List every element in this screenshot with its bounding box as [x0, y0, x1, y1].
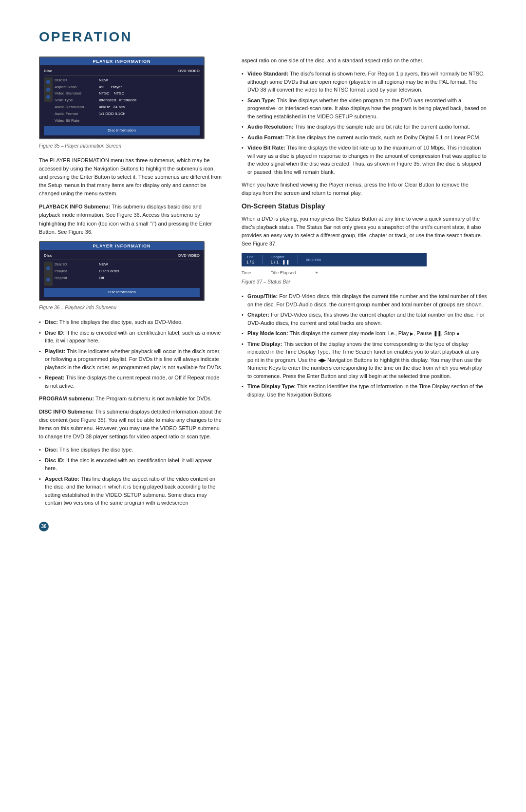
- title-value: 1 / 2: [246, 260, 255, 264]
- intro-text: The PLAYER INFORMATION menu has three su…: [39, 156, 224, 198]
- page-title: OPERATION: [39, 29, 487, 45]
- bullets-status: Group/Title: For DVD-Video discs, this d…: [242, 292, 487, 398]
- bullet-label: Group/Title:: [247, 293, 278, 299]
- bar-separator-2: [298, 255, 298, 264]
- screen-row: Audio Format 1/1 DDD 5.1Ch: [55, 111, 200, 117]
- bullet-label: Scan Type:: [247, 97, 276, 103]
- screen36-footer: Disc Information: [44, 288, 200, 297]
- screen-row: Video Bit Rate: [55, 118, 200, 124]
- bullet-label: Repeat:: [45, 375, 64, 380]
- time-bottom-label: Time: [242, 270, 251, 275]
- program-submenu-text: PROGRAM submenu: The Program submenu is …: [39, 395, 224, 403]
- screen-icon-box-2: [44, 262, 53, 286]
- screen36-data: Disc ID NEW Playlist Disc's order Repeat…: [55, 262, 200, 282]
- list-item: Group/Title: For DVD-Video discs, this d…: [242, 292, 487, 308]
- title-label: Title: [246, 255, 255, 259]
- pause-icon-inline: ❚❚: [433, 331, 441, 336]
- disc-info-heading: DISC INFO Submenu:: [39, 409, 94, 415]
- bullet-label: Disc:: [45, 447, 58, 453]
- screen-label: Video Bit Rate: [55, 118, 96, 124]
- screen35-data: Disc ID NEW Aspect Ratio 4:3 Player Vide…: [55, 77, 200, 125]
- screen-row: Scan Type Interlaced Interlaced: [55, 97, 200, 104]
- bullet-label: Video Bit Rate:: [247, 145, 285, 151]
- list-item: Chapter: For DVD-Video discs, this shows…: [242, 311, 487, 327]
- bullet-label: Audio Resolution:: [247, 124, 294, 130]
- screen-row: Playlist Disc's order: [55, 268, 200, 275]
- disc-info-submenu-text: DISC INFO Submenu: This submenu displays…: [39, 408, 224, 441]
- screen36-title: PLAYER INFORMATION: [40, 242, 204, 250]
- status-bar-time: 00:20:00: [306, 258, 321, 262]
- list-item: Disc ID: If the disc is encoded with an …: [39, 456, 224, 472]
- list-item: Time Display: This section of the displa…: [242, 340, 487, 380]
- screen-label: Aspect Ratio: [55, 84, 96, 91]
- screen-value: Disc's order: [99, 268, 119, 275]
- left-column: PLAYER INFORMATION Disc DVD VIDEO Disc I…: [39, 57, 224, 531]
- bullet-label: Chapter:: [247, 312, 269, 318]
- aspect-ratio-continuation: aspect ratio on one side of the disc, an…: [242, 57, 487, 65]
- screen-value: Off: [99, 275, 104, 282]
- screen-label: Repeat: [55, 275, 96, 282]
- screen-label: Scan Type: [55, 97, 96, 104]
- screen-label: Disc ID: [55, 77, 96, 84]
- col-header-dvdvideo2: DVD VIDEO: [178, 253, 200, 259]
- screen-value: 4:3 Player: [99, 84, 122, 91]
- finish-viewing-text: When you have finished viewing the Playe…: [242, 181, 487, 197]
- icon-dot-3: [46, 95, 50, 99]
- screen-label: Disc ID: [55, 262, 96, 268]
- chapter-label: Chapter: [271, 255, 290, 259]
- screen36-col-headers: Disc DVD VIDEO: [44, 253, 200, 261]
- status-bar-mockup: Title 1 / 2 Chapter 1 / 1 ❚❚ 00:20:00: [242, 253, 427, 266]
- bullets-right: Video Standard: The disc's format is sho…: [242, 70, 487, 176]
- screen-row: Disc ID NEW: [55, 77, 200, 84]
- icon-dot-1: [46, 80, 50, 84]
- screen-value: NEW: [99, 262, 108, 268]
- time-value-top: 00:20:00: [306, 258, 321, 262]
- playback-info-text: PLAYBACK INFO Submenu: This submenu disp…: [39, 203, 224, 236]
- screen-icon-box: [44, 77, 53, 102]
- list-item: Disc: This line displays the disc type.: [39, 446, 224, 454]
- bullet-label: Time Display:: [247, 341, 282, 347]
- list-item: Video Bit Rate: This line displays the v…: [242, 144, 487, 176]
- bullets-disc: Disc: This line displays the disc type. …: [39, 446, 224, 507]
- list-item: Disc: This line displays the disc type, …: [39, 318, 224, 326]
- col-header-dvdvideo: DVD VIDEO: [178, 68, 200, 75]
- list-item: Scan Type: This line displays whether th…: [242, 96, 487, 121]
- program-submenu-body: The Program submenu is not available for…: [95, 396, 212, 401]
- page-number: 36: [39, 522, 49, 531]
- figure36-screen: PLAYER INFORMATION Disc DVD VIDEO Disc I…: [39, 241, 205, 302]
- figure37-caption: Figure 37 – Status Bar: [242, 279, 487, 284]
- icon-dot-2: [46, 88, 50, 92]
- bar-separator: [263, 255, 263, 264]
- chapter-value: 1 / 1 ❚❚: [271, 260, 290, 264]
- bullet-label: Disc:: [45, 319, 58, 325]
- list-item: Disc ID: If the disc is encoded with an …: [39, 329, 224, 345]
- screen35-footer: Disc Information: [44, 126, 200, 135]
- list-item: Repeat: This line displays the current r…: [39, 374, 224, 390]
- screen-value: 1/1 DDD 5.1Ch: [99, 111, 125, 117]
- bullet-label: Play Mode Icon:: [247, 330, 288, 336]
- screen36-icon-area: Disc ID NEW Playlist Disc's order Repeat…: [44, 262, 200, 286]
- screen-value: NTSC NTSC: [99, 91, 124, 97]
- screen35-col-headers: Disc DVD VIDEO: [44, 68, 200, 76]
- title-elapsed-label: Title Elapsed: [271, 270, 296, 275]
- right-column: aspect ratio on one side of the disc, an…: [242, 57, 487, 531]
- screen35-body: Disc DVD VIDEO Disc ID NEW: [40, 65, 204, 138]
- screen-value: NEW: [99, 77, 108, 84]
- bullet-label: Audio Format:: [247, 134, 284, 140]
- screen-value: 48kHz 24 bits: [99, 104, 125, 111]
- list-item: Audio Format: This line displays the cur…: [242, 133, 487, 142]
- list-item: Aspect Ratio: This line displays the asp…: [39, 475, 224, 507]
- screen-row: Aspect Ratio 4:3 Player: [55, 84, 200, 91]
- list-item: Play Mode Icon: This displays the curren…: [242, 329, 487, 338]
- screen35-icon-area: Disc ID NEW Aspect Ratio 4:3 Player Vide…: [44, 77, 200, 125]
- bullet-label: Aspect Ratio:: [45, 476, 79, 482]
- stop-icon-inline: ■: [456, 331, 459, 336]
- bullet-label: Video Standard:: [247, 71, 288, 76]
- bullets-playback: Disc: This line displays the disc type, …: [39, 318, 224, 390]
- screen-row: Disc ID NEW: [55, 262, 200, 268]
- status-bar-chapter: Chapter 1 / 1 ❚❚: [271, 255, 290, 264]
- screen35-title: PLAYER INFORMATION: [40, 57, 204, 65]
- bullet-label: Disc ID:: [45, 457, 65, 463]
- screen-row: Video Standard NTSC NTSC: [55, 91, 200, 97]
- playback-info-heading: PLAYBACK INFO Submenu:: [39, 204, 110, 209]
